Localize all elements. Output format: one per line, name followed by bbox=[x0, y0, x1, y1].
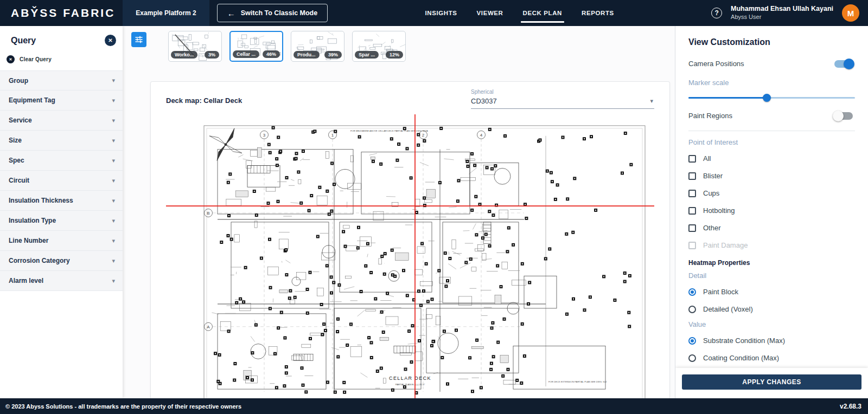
filter-label: Service bbox=[9, 117, 32, 124]
deck-thumbnail-strip: Worko...3%Cellar ...46%Produ...39%Spar .… bbox=[123, 26, 675, 62]
filter-accordion-size[interactable]: Size▾ bbox=[0, 131, 123, 151]
chevron-down-icon: ▾ bbox=[112, 277, 115, 284]
chevron-down-icon: ▾ bbox=[112, 157, 115, 164]
query-filter-list: Group▾Equipment Tag▾Service▾Size▾Spec▾Ci… bbox=[0, 70, 123, 291]
radio-icon bbox=[688, 337, 696, 345]
poi-checkbox-paint-damage: Paint Damage bbox=[688, 240, 855, 250]
filter-accordion-alarm-level[interactable]: Alarm level▾ bbox=[0, 271, 123, 291]
camera-positions-row: Camera Positions bbox=[688, 60, 855, 68]
help-icon[interactable]: ? bbox=[711, 8, 722, 18]
tab-reports[interactable]: REPORTS bbox=[582, 0, 614, 26]
thumbnail-name-badge: Worko... bbox=[171, 51, 197, 59]
checkbox-icon bbox=[688, 207, 696, 215]
filter-label: Spec bbox=[9, 157, 24, 164]
paint-regions-toggle[interactable] bbox=[834, 112, 853, 120]
value-radio-substrate-condition-max-[interactable]: Substrate Condition (Max) bbox=[688, 335, 855, 346]
thumbnail-filter-button[interactable] bbox=[131, 32, 146, 47]
filter-label: Corrosion Category bbox=[9, 257, 70, 264]
filter-accordion-corrosion-category[interactable]: Corrosion Category▾ bbox=[0, 251, 123, 271]
filter-accordion-circuit[interactable]: Circuit▾ bbox=[0, 171, 123, 191]
filter-accordion-service[interactable]: Service▾ bbox=[0, 111, 123, 131]
poi-checkbox-label: All bbox=[703, 154, 711, 163]
detail-radio-detailed-voxel-[interactable]: Detailed (Voxel) bbox=[688, 304, 855, 314]
poi-checkbox-label: Hotbolting bbox=[703, 206, 735, 215]
tab-viewer[interactable]: VIEWER bbox=[477, 0, 503, 26]
detail-options: Paint BlockDetailed (Voxel) bbox=[688, 287, 855, 314]
spherical-select-label: Spherical bbox=[471, 89, 654, 95]
poi-checkbox-label: Other bbox=[703, 224, 721, 232]
value-radio-coating-condition-max-[interactable]: Coating Condition (Max) bbox=[688, 353, 855, 363]
poi-checkbox-all[interactable]: All bbox=[688, 153, 855, 164]
marker-scale-row: Marker scale bbox=[688, 77, 855, 101]
apply-bar: APPLY CHANGES bbox=[675, 368, 868, 398]
heatmap-properties-title: Heatmap Properties bbox=[688, 259, 855, 267]
detail-radio-label: Detailed (Voxel) bbox=[703, 305, 753, 313]
point-of-interest-options: AllBlisterCupsHotboltingOtherPaint Damag… bbox=[688, 153, 855, 250]
detail-radio-paint-block[interactable]: Paint Block bbox=[688, 287, 855, 297]
poi-checkbox-label: Paint Damage bbox=[703, 241, 748, 249]
value-radio-label: Coating Condition (Max) bbox=[703, 354, 779, 362]
chevron-down-icon: ▾ bbox=[112, 257, 115, 264]
checkbox-icon bbox=[688, 155, 696, 163]
svg-text:B: B bbox=[207, 211, 209, 216]
filter-accordion-insulation-type[interactable]: Insulation Type▾ bbox=[0, 211, 123, 231]
deck-plan-svg: 3124BAFOR MEZZANINE ABOVE CELLAR DECK PA… bbox=[166, 114, 654, 398]
chevron-down-icon: ▾ bbox=[112, 77, 115, 84]
value-radio-label: Substrate Condition (Max) bbox=[703, 337, 785, 345]
checkbox-icon bbox=[688, 242, 696, 249]
deck-plan-main: Worko...3%Cellar ...46%Produ...39%Spar .… bbox=[123, 26, 675, 398]
poi-checkbox-cups[interactable]: Cups bbox=[688, 188, 855, 198]
filter-accordion-line-number[interactable]: Line Number▾ bbox=[0, 231, 123, 251]
close-query-panel-button[interactable]: ✕ bbox=[105, 35, 116, 46]
query-title: Query bbox=[11, 36, 36, 46]
poi-checkbox-other[interactable]: Other bbox=[688, 223, 855, 233]
avatar[interactable]: M bbox=[842, 4, 859, 22]
poi-checkbox-blister[interactable]: Blister bbox=[688, 171, 855, 181]
query-panel-header: Query ✕ bbox=[0, 26, 123, 46]
thumbnail-badges: Cellar ...46% bbox=[233, 50, 280, 58]
platform-selector[interactable]: Example Platform 2 bbox=[123, 0, 209, 26]
radio-icon bbox=[688, 288, 696, 296]
deck-map-drawing[interactable]: 3124BAFOR MEZZANINE ABOVE CELLAR DECK PA… bbox=[166, 114, 654, 398]
switch-to-classic-mode-button[interactable]: ← Switch To Classic Mode bbox=[217, 4, 328, 22]
svg-text:3: 3 bbox=[263, 133, 266, 138]
spherical-select[interactable]: Spherical CD3037 ▾ bbox=[471, 89, 654, 109]
filter-label: Circuit bbox=[9, 177, 29, 184]
filter-label: Size bbox=[9, 137, 22, 144]
poi-checkbox-hotbolting[interactable]: Hotbolting bbox=[688, 205, 855, 216]
switch-to-classic-mode-label: Switch To Classic Mode bbox=[241, 9, 317, 17]
marker-scale-slider[interactable] bbox=[688, 94, 855, 101]
divider bbox=[688, 131, 855, 131]
thumbnail-percent-badge: 12% bbox=[386, 51, 403, 59]
detail-label: Detail bbox=[688, 271, 855, 280]
camera-positions-toggle[interactable] bbox=[834, 60, 853, 68]
deck-thumbnail-1[interactable]: Worko...3% bbox=[168, 31, 222, 62]
filter-accordion-insulation-thickness[interactable]: Insulation Thickness▾ bbox=[0, 191, 123, 211]
filter-accordion-spec[interactable]: Spec▾ bbox=[0, 151, 123, 171]
svg-text:FOR DECK EXTENSION PARTIAL PLA: FOR DECK EXTENSION PARTIAL PLAN SEE DWG.… bbox=[548, 380, 607, 383]
deck-map-card-header: Deck map: Cellar Deck Spherical CD3037 ▾ bbox=[151, 82, 669, 109]
tab-deck-plan[interactable]: DECK PLAN bbox=[523, 0, 563, 26]
deck-thumbnail-2[interactable]: Cellar ...46% bbox=[229, 31, 283, 62]
tab-insights[interactable]: INSIGHTS bbox=[425, 0, 457, 26]
deck-thumbnail-4[interactable]: Spar ...12% bbox=[352, 31, 406, 62]
chevron-down-icon: ▾ bbox=[112, 237, 115, 244]
filter-label: Group bbox=[9, 77, 28, 85]
filter-accordion-group[interactable]: Group▾ bbox=[0, 70, 123, 90]
footer: © 2023 Abyss Solutions - all trademarks … bbox=[0, 398, 868, 414]
sliders-icon bbox=[135, 35, 143, 44]
checkbox-icon bbox=[688, 224, 696, 232]
detail-radio-label: Paint Block bbox=[703, 288, 738, 296]
clear-query-button[interactable]: ✕ Clear Query bbox=[7, 55, 52, 63]
filter-label: Line Number bbox=[9, 237, 48, 244]
poi-checkbox-label: Cups bbox=[703, 189, 719, 197]
top-navbar: ABY̌SS FABRIC Example Platform 2 ← Switc… bbox=[0, 0, 868, 26]
marker-scale-slider-thumb[interactable] bbox=[763, 94, 771, 102]
svg-text:1: 1 bbox=[331, 133, 334, 138]
deck-thumbnail-3[interactable]: Produ...39% bbox=[291, 31, 344, 62]
apply-changes-button[interactable]: APPLY CHANGES bbox=[682, 374, 861, 390]
checkbox-icon bbox=[688, 172, 696, 180]
user-role: Abyss User bbox=[731, 14, 833, 21]
poi-checkbox-label: Blister bbox=[703, 172, 723, 180]
filter-accordion-equipment-tag[interactable]: Equipment Tag▾ bbox=[0, 90, 123, 111]
